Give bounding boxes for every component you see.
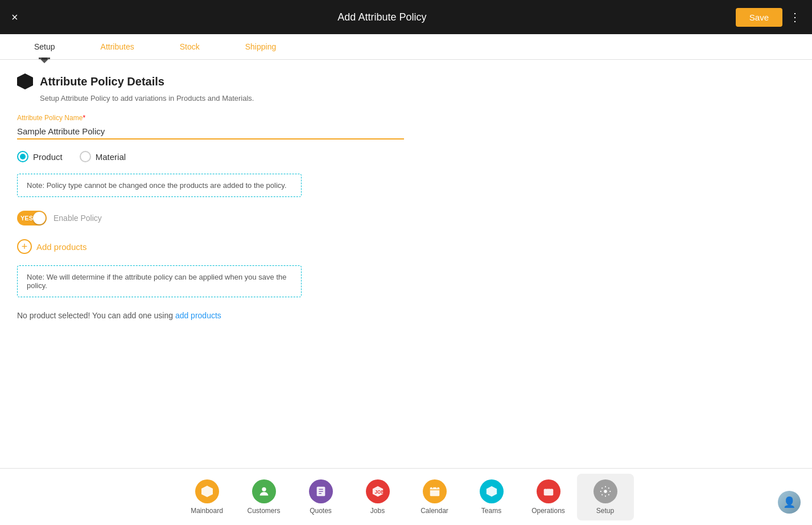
enable-policy-label: Enable Policy (53, 214, 102, 223)
more-menu-button[interactable]: ⋮ (789, 10, 801, 24)
quotes-icon (309, 479, 333, 503)
svg-point-1 (262, 487, 266, 491)
enable-policy-toggle[interactable]: YES (17, 211, 47, 225)
bottom-navigation: Mainboard Customers Quotes JOB (0, 468, 812, 525)
user-avatar[interactable]: 👤 (778, 491, 801, 514)
nav-jobs[interactable]: JOB Jobs (349, 474, 406, 520)
field-label: Attribute Policy Name* (17, 114, 795, 122)
main-content: Attribute Policy Details Setup Attribute… (0, 60, 812, 494)
tab-bar: Setup Attributes Stock Shipping (0, 34, 812, 60)
tab-setup[interactable]: Setup (11, 34, 78, 59)
add-products-button[interactable]: + Add products (17, 239, 86, 254)
nav-quotes[interactable]: Quotes (292, 474, 349, 520)
calendar-icon (423, 479, 447, 503)
nav-customers-label: Customers (247, 507, 280, 515)
svg-marker-0 (201, 486, 213, 497)
nav-setup[interactable]: Setup (577, 474, 634, 520)
app-header: × Add Attribute Policy Save ⋮ (0, 0, 812, 34)
svg-marker-12 (486, 486, 496, 496)
jobs-icon: JOB (366, 479, 390, 503)
toggle-thumb (33, 212, 46, 224)
radio-product-label: Product (33, 152, 63, 162)
no-product-text: No product selected! You can add one usi… (17, 311, 795, 320)
nav-teams[interactable]: Teams (463, 474, 520, 520)
policy-type-radio-group: Product Material (17, 151, 795, 162)
toggle-yes-label: YES (20, 215, 33, 222)
nav-mainboard[interactable]: Mainboard (179, 474, 236, 520)
apply-note: Note: We will determine if the attribute… (17, 265, 302, 297)
customers-icon (252, 479, 276, 503)
svg-text:JOB: JOB (374, 489, 384, 494)
nav-operations-label: Operations (531, 507, 565, 515)
section-subtitle: Setup Attribute Policy to add variations… (40, 94, 795, 102)
svg-rect-13 (543, 489, 553, 495)
add-products-label: Add products (36, 242, 86, 252)
tab-stock[interactable]: Stock (157, 34, 222, 59)
nav-calendar-label: Calendar (421, 507, 448, 515)
nav-jobs-label: Jobs (370, 507, 385, 515)
nav-setup-label: Setup (596, 507, 614, 515)
nav-calendar[interactable]: Calendar (406, 474, 463, 520)
save-button[interactable]: Save (736, 8, 782, 27)
section-header: Attribute Policy Details (17, 73, 795, 89)
teams-icon (480, 479, 504, 503)
nav-customers[interactable]: Customers (236, 474, 292, 520)
page-title: Add Attribute Policy (28, 11, 736, 23)
attribute-policy-name-input[interactable] (17, 124, 404, 140)
header-actions: Save ⋮ (736, 8, 801, 27)
mainboard-icon (195, 479, 219, 503)
tab-attributes[interactable]: Attributes (78, 34, 157, 59)
radio-material-circle (80, 151, 91, 162)
add-products-link[interactable]: add products (175, 311, 221, 320)
enable-policy-toggle-row: YES Enable Policy (17, 211, 795, 225)
nav-operations[interactable]: Operations (520, 474, 577, 520)
policy-type-note: Note: Policy type cannot be changed once… (17, 174, 302, 197)
operations-icon (537, 479, 560, 503)
avatar-image: 👤 (778, 491, 801, 514)
setup-icon (593, 479, 617, 503)
radio-product-circle (17, 151, 28, 162)
nav-mainboard-label: Mainboard (191, 507, 223, 515)
radio-product[interactable]: Product (17, 151, 63, 162)
svg-rect-8 (430, 487, 439, 496)
tab-shipping[interactable]: Shipping (222, 34, 299, 59)
close-button[interactable]: × (11, 11, 28, 24)
radio-material-label: Material (96, 152, 126, 162)
radio-material[interactable]: Material (80, 151, 126, 162)
nav-teams-label: Teams (481, 507, 501, 515)
plus-icon: + (17, 239, 32, 254)
nav-quotes-label: Quotes (310, 507, 332, 515)
section-icon (17, 73, 33, 89)
svg-point-14 (604, 490, 607, 493)
section-title: Attribute Policy Details (40, 75, 164, 88)
